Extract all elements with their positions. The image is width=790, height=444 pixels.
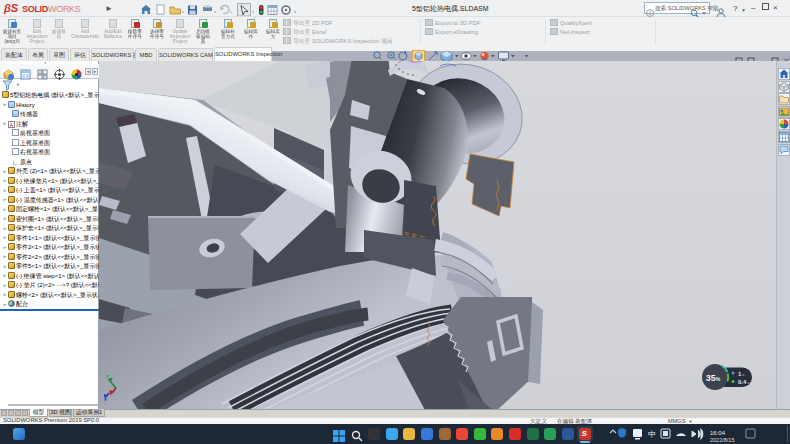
svg-text:16:04: 16:04 — [710, 430, 726, 436]
svg-text:1 s: 1 s — [738, 371, 745, 377]
svg-text:中: 中 — [648, 430, 656, 439]
svg-text:2022/8/15: 2022/8/15 — [710, 437, 734, 443]
svg-text:0.4 s: 0.4 s — [738, 379, 750, 385]
